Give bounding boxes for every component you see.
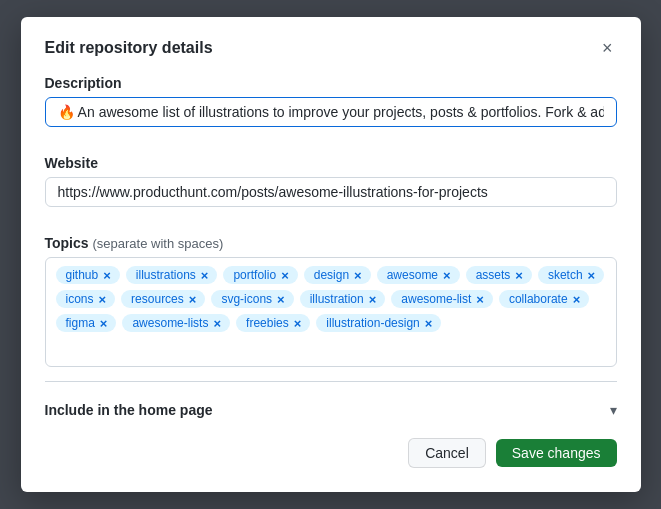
- modal-title: Edit repository details: [45, 39, 213, 57]
- edit-repo-modal: Edit repository details × Description We…: [21, 17, 641, 492]
- topic-remove-button[interactable]: ×: [276, 293, 286, 306]
- topic-remove-button[interactable]: ×: [442, 269, 452, 282]
- description-label: Description: [45, 75, 617, 91]
- topic-tag: github×: [56, 266, 120, 284]
- topic-remove-button[interactable]: ×: [102, 269, 112, 282]
- divider: [45, 381, 617, 382]
- topic-tag: illustration×: [300, 290, 386, 308]
- cancel-button[interactable]: Cancel: [408, 438, 486, 468]
- topic-tag: svg-icons×: [211, 290, 293, 308]
- website-label: Website: [45, 155, 617, 171]
- topic-remove-button[interactable]: ×: [587, 269, 597, 282]
- topic-tag: icons×: [56, 290, 116, 308]
- website-section: Website: [45, 155, 617, 221]
- topics-sublabel: (separate with spaces): [92, 236, 223, 251]
- homepage-section: Include in the home page ▾: [45, 394, 617, 422]
- topic-remove-button[interactable]: ×: [98, 293, 108, 306]
- topic-tag: collaborate×: [499, 290, 589, 308]
- description-input[interactable]: [45, 97, 617, 127]
- topic-remove-button[interactable]: ×: [200, 269, 210, 282]
- website-input[interactable]: [45, 177, 617, 207]
- close-button[interactable]: ×: [598, 37, 617, 59]
- topic-remove-button[interactable]: ×: [368, 293, 378, 306]
- topic-remove-button[interactable]: ×: [353, 269, 363, 282]
- topic-remove-button[interactable]: ×: [572, 293, 582, 306]
- topics-section: Topics (separate with spaces) github×ill…: [45, 235, 617, 367]
- topic-tag: sketch×: [538, 266, 604, 284]
- topic-remove-button[interactable]: ×: [514, 269, 524, 282]
- topics-box[interactable]: github×illustrations×portfolio×design×aw…: [45, 257, 617, 367]
- dropdown-arrow-icon[interactable]: ▾: [610, 402, 617, 418]
- homepage-label: Include in the home page: [45, 402, 213, 418]
- save-button[interactable]: Save changes: [496, 439, 617, 467]
- topic-tag: illustration-design×: [316, 314, 441, 332]
- topic-remove-button[interactable]: ×: [212, 317, 222, 330]
- modal-header: Edit repository details ×: [45, 37, 617, 59]
- description-section: Description: [45, 75, 617, 141]
- topic-remove-button[interactable]: ×: [188, 293, 198, 306]
- topic-remove-button[interactable]: ×: [475, 293, 485, 306]
- topic-tag: awesome×: [377, 266, 460, 284]
- topic-remove-button[interactable]: ×: [280, 269, 290, 282]
- topic-tag: freebies×: [236, 314, 310, 332]
- topic-tag: resources×: [121, 290, 205, 308]
- topic-remove-button[interactable]: ×: [99, 317, 109, 330]
- topic-tag: design×: [304, 266, 371, 284]
- modal-footer: Cancel Save changes: [45, 438, 617, 468]
- topic-tag: illustrations×: [126, 266, 218, 284]
- topic-tag: assets×: [466, 266, 532, 284]
- topic-tag: awesome-lists×: [122, 314, 230, 332]
- topics-label: Topics (separate with spaces): [45, 235, 617, 251]
- topic-tag: figma×: [56, 314, 117, 332]
- topic-tag: awesome-list×: [391, 290, 493, 308]
- topic-remove-button[interactable]: ×: [424, 317, 434, 330]
- topic-tag: portfolio×: [223, 266, 297, 284]
- topic-remove-button[interactable]: ×: [293, 317, 303, 330]
